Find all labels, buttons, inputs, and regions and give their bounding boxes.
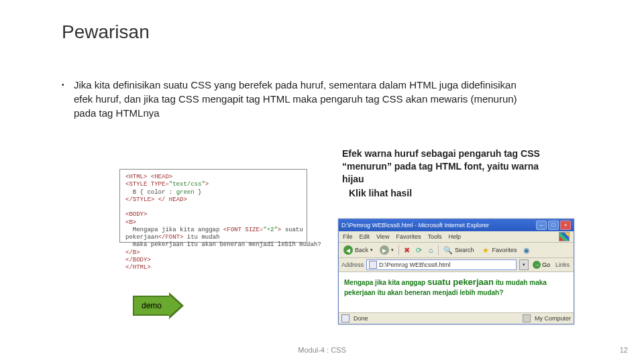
menu-favorites[interactable]: Favorites [396, 233, 421, 240]
code-sample: <HTML> <HEAD> <STYLE TYPE="text/css"> B … [119, 169, 307, 243]
bullet-dot-icon: • [62, 80, 64, 90]
chevron-down-icon: ▾ [391, 247, 394, 253]
go-icon: → [533, 261, 541, 269]
chevron-down-icon: ▾ [370, 247, 373, 253]
browser-window: D:\Pemrog WEB\css8.html - Microsoft Inte… [338, 219, 574, 324]
menubar: File Edit View Favorites Tools Help [339, 231, 574, 243]
favorites-button[interactable]: ★ Favorites [479, 245, 519, 255]
refresh-icon[interactable]: ⟳ [414, 245, 423, 255]
address-dropdown[interactable]: ▾ [519, 259, 529, 270]
status-bar: Done My Computer [339, 312, 574, 324]
search-icon: 🔍 [443, 245, 453, 255]
bullet-text: Jika kita definisikan suatu CSS yang ber… [74, 78, 531, 120]
document-icon [369, 261, 377, 269]
back-button[interactable]: ◄ Back ▾ [341, 245, 375, 255]
computer-icon [523, 314, 531, 322]
star-icon: ★ [481, 245, 490, 255]
slide-title: Pewarisan [62, 21, 150, 43]
maximize-button[interactable]: □ [548, 221, 559, 230]
demo-arrow[interactable]: demo [133, 292, 184, 319]
address-bar: Address D:\Pemrog WEB\css8.html ▾ → Go L… [339, 258, 574, 272]
caption-block: Efek warna huruf sebagai pengaruh tag CS… [342, 147, 543, 200]
window-title: D:\Pemrog WEB\css8.html - Microsoft Inte… [341, 222, 536, 229]
menu-help[interactable]: Help [448, 233, 461, 240]
toolbar: ◄ Back ▾ ► ▾ ✖ ⟳ ⌂ 🔍 Search ★ Favorites … [339, 243, 574, 258]
address-input[interactable]: D:\Pemrog WEB\css8.html [366, 259, 517, 270]
zone-text: My Computer [535, 315, 571, 322]
links-label[interactable]: Links [554, 261, 571, 268]
home-icon[interactable]: ⌂ [426, 245, 435, 255]
page-content: Mengapa jika kita anggap suatu pekerjaan… [339, 272, 574, 312]
forward-button[interactable]: ► ▾ [378, 245, 396, 255]
demo-label: demo [133, 296, 169, 316]
footer-center: Modul-4 : CSS [0, 346, 644, 354]
windows-logo-icon [559, 232, 570, 241]
caption-text: Efek warna huruf sebagai pengaruh tag CS… [342, 148, 540, 184]
status-text: Done [354, 315, 368, 322]
search-button[interactable]: 🔍 Search [441, 245, 476, 255]
titlebar: D:\Pemrog WEB\css8.html - Microsoft Inte… [339, 219, 574, 231]
arrow-right-icon [169, 292, 184, 319]
address-value: D:\Pemrog WEB\css8.html [379, 261, 451, 268]
caption-callout: Klik lihat hasil [349, 187, 543, 200]
menu-view[interactable]: View [376, 233, 389, 240]
back-icon: ◄ [343, 245, 353, 255]
media-icon[interactable]: ◉ [522, 245, 531, 255]
minimize-button[interactable]: – [536, 221, 547, 230]
stop-icon[interactable]: ✖ [402, 245, 411, 255]
close-button[interactable]: × [560, 221, 571, 230]
done-icon [341, 314, 350, 322]
menu-edit[interactable]: Edit [360, 233, 370, 240]
menu-tools[interactable]: Tools [427, 233, 441, 240]
forward-icon: ► [380, 245, 389, 255]
go-button[interactable]: → Go [531, 261, 551, 269]
menu-file[interactable]: File [343, 233, 353, 240]
page-number: 12 [620, 346, 628, 354]
bullet-paragraph: • Jika kita definisikan suatu CSS yang b… [62, 78, 531, 120]
address-label: Address [341, 261, 364, 268]
